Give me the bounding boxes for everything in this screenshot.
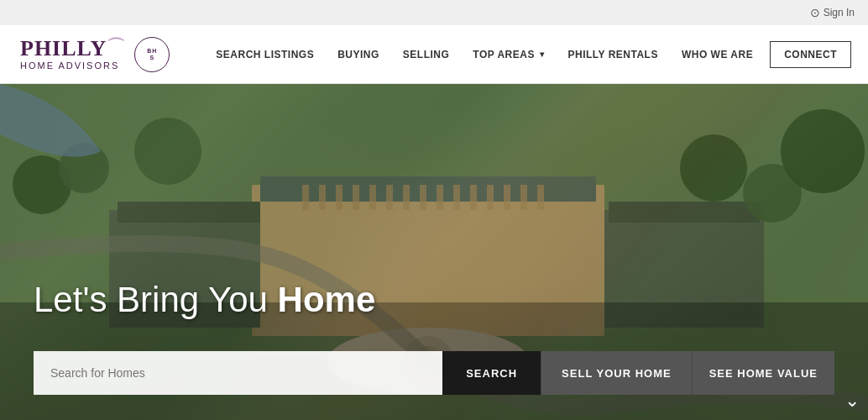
search-button[interactable]: SEARCH <box>442 351 541 395</box>
nav-top-areas[interactable]: TOP AREAS ▾ <box>461 49 556 60</box>
headline-bold: Home <box>278 280 376 319</box>
nav-search-listings[interactable]: SEARCH LISTINGS <box>204 49 326 60</box>
sell-your-home-button[interactable]: SELL YOUR HOME <box>541 351 692 395</box>
nav-selling[interactable]: SELLING <box>391 49 462 60</box>
nav: SEARCH LISTINGS BUYING SELLING TOP AREAS… <box>204 41 851 68</box>
logo-text: PHILLY ⌒ HOME ADVISORS <box>20 38 126 71</box>
see-home-value-button[interactable]: SEE HOME VALUE <box>692 351 834 395</box>
search-bar: SEARCH SELL YOUR HOME SEE HOME VALUE <box>34 351 834 395</box>
search-input[interactable] <box>34 351 442 395</box>
logo-subtitle: HOME ADVISORS <box>20 61 126 71</box>
connect-button[interactable]: CONNECT <box>770 41 851 68</box>
sign-in-link[interactable]: ⊙ Sign In <box>810 6 855 19</box>
logo-main: PHILLY <box>20 38 107 60</box>
logo-accent: ⌒ <box>107 38 126 56</box>
chevron-down-icon: ⌄ <box>844 390 860 412</box>
person-icon: ⊙ <box>810 6 820 19</box>
chevron-down-icon: ▾ <box>540 50 545 59</box>
bhs-badge: BH S <box>134 37 170 72</box>
header: PHILLY ⌒ HOME ADVISORS BH S SEARCH LISTI… <box>0 25 868 84</box>
sign-in-label: Sign In <box>824 7 855 18</box>
hero-headline: Let's Bring You Home <box>34 281 375 319</box>
logo-area: PHILLY ⌒ HOME ADVISORS BH S <box>20 37 170 72</box>
nav-who-we-are[interactable]: WHO WE ARE <box>670 49 765 60</box>
nav-philly-rentals[interactable]: PHILLY RENTALS <box>556 49 669 60</box>
headline-regular: Let's Bring You <box>34 280 278 319</box>
hero-section: Let's Bring You Home SEARCH SELL YOUR HO… <box>0 84 868 420</box>
scroll-down-button[interactable]: ⌄ <box>844 390 860 412</box>
nav-buying[interactable]: BUYING <box>326 49 391 60</box>
top-bar: ⊙ Sign In <box>0 0 868 25</box>
logo-philly: PHILLY ⌒ <box>20 38 126 60</box>
